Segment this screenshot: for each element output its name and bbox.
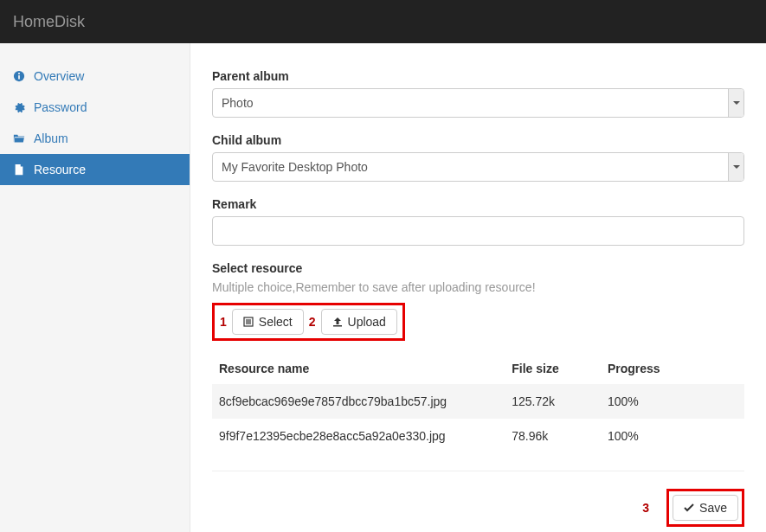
select-resource-group: Select resource Multiple choice,Remember… [212, 261, 744, 453]
folder-open-icon [13, 132, 25, 144]
parent-album-label: Parent album [212, 69, 744, 83]
sidebar-item-password[interactable]: Password [0, 92, 190, 123]
topbar: HomeDisk [0, 0, 766, 43]
annotation-1: 1 [220, 315, 227, 329]
child-album-select[interactable] [212, 152, 744, 182]
annotation-box-1-2: 1 Select 2 Upload [212, 303, 405, 341]
sidebar-item-overview[interactable]: Overview [0, 61, 190, 92]
cell-name: 9f9f7e12395ecbe28e8acc5a92a0e330.jpg [212, 419, 505, 453]
cell-size: 78.96k [505, 419, 601, 453]
col-progress: Progress [601, 353, 744, 384]
main-content: Parent album Child album Remark Select [190, 43, 766, 532]
cell-progress: 100% [601, 419, 744, 453]
select-button[interactable]: Select [232, 309, 304, 335]
parent-album-select[interactable] [212, 88, 744, 118]
sidebar-item-label: Overview [34, 69, 84, 83]
col-resource-name: Resource name [212, 353, 505, 384]
table-row: 8cf9ebcac969e9e7857dbcc79ba1bc57.jpg 125… [212, 384, 744, 419]
brand-title: HomeDisk [13, 13, 85, 31]
list-icon [243, 317, 254, 327]
remark-group: Remark [212, 197, 744, 246]
parent-album-group: Parent album [212, 69, 744, 118]
col-file-size: File size [505, 353, 601, 384]
sidebar-item-label: Password [34, 100, 87, 114]
file-icon [13, 163, 25, 176]
table-header-row: Resource name File size Progress [212, 353, 744, 384]
table-row: 9f9f7e12395ecbe28e8acc5a92a0e330.jpg 78.… [212, 419, 744, 453]
info-circle-icon [13, 70, 25, 82]
upload-button[interactable]: Upload [321, 309, 397, 335]
cell-name: 8cf9ebcac969e9e7857dbcc79ba1bc57.jpg [212, 384, 505, 419]
remark-input[interactable] [212, 216, 744, 246]
svg-point-2 [18, 73, 20, 74]
sidebar-item-label: Album [34, 131, 68, 145]
remark-label: Remark [212, 197, 744, 211]
cell-size: 125.72k [505, 384, 601, 419]
check-icon [684, 503, 694, 513]
save-button-label: Save [699, 501, 727, 515]
sidebar-item-resource[interactable]: Resource [0, 154, 190, 185]
footer: 3 Save [212, 471, 744, 527]
child-album-group: Child album [212, 133, 744, 182]
gear-icon [13, 101, 25, 113]
annotation-3: 3 [642, 501, 649, 515]
upload-button-label: Upload [348, 315, 386, 329]
select-button-label: Select [259, 315, 293, 329]
cell-progress: 100% [601, 384, 744, 419]
annotation-box-3: Save [666, 489, 744, 527]
resource-table: Resource name File size Progress 8cf9ebc… [212, 353, 744, 453]
resource-hint: Multiple choice,Remember to save after u… [212, 280, 744, 294]
child-album-label: Child album [212, 133, 744, 147]
sidebar: Overview Password Album Resource [0, 43, 190, 532]
save-button[interactable]: Save [673, 495, 738, 521]
sidebar-item-label: Resource [34, 163, 86, 176]
upload-icon [332, 317, 343, 327]
sidebar-item-album[interactable]: Album [0, 123, 190, 154]
annotation-2: 2 [309, 315, 316, 329]
select-resource-label: Select resource [212, 261, 744, 275]
svg-rect-1 [18, 75, 20, 79]
